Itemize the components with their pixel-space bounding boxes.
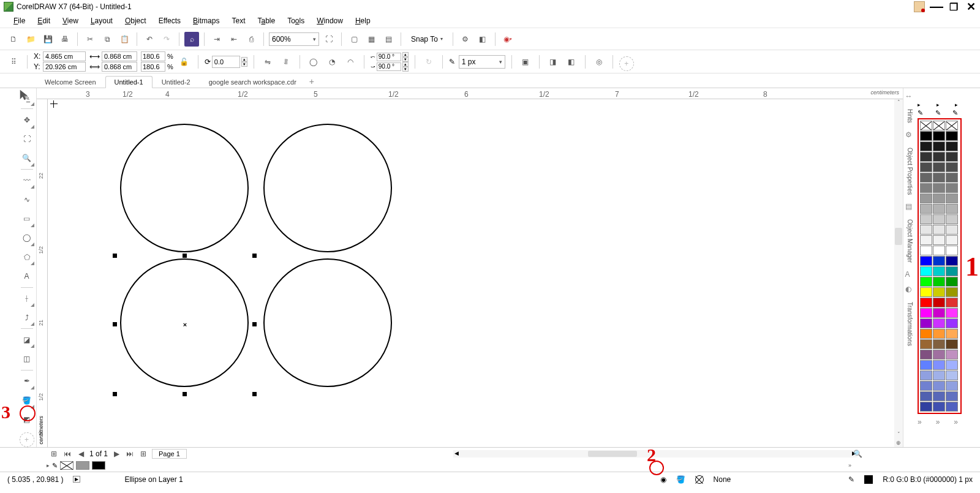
freehand-pick-tool[interactable]: ✎̲ <box>18 88 36 107</box>
eyedropper-icon[interactable]: ✎ <box>52 462 58 470</box>
publish-icon[interactable]: ⎙ <box>244 32 258 47</box>
grid-icon[interactable]: ▦ <box>364 32 379 47</box>
palette-flyout-icon[interactable]: ▸ <box>937 102 940 108</box>
color-swatch[interactable] <box>933 298 945 307</box>
doc-tab[interactable]: Untitled-1 <box>105 76 153 88</box>
color-swatch[interactable] <box>933 131 945 141</box>
new-icon[interactable]: 🗋 <box>6 32 21 47</box>
color-swatch[interactable] <box>920 152 932 162</box>
user-avatar[interactable] <box>914 1 925 12</box>
maximize-button[interactable]: ❐ <box>948 1 959 12</box>
prev-page-icon[interactable]: ◀ <box>76 450 86 458</box>
redo-icon[interactable]: ↷ <box>159 32 174 47</box>
new-tab-button[interactable]: + <box>306 75 318 88</box>
menu-layout[interactable]: Layout <box>85 15 119 27</box>
export-icon[interactable]: ⇤ <box>227 32 241 47</box>
outline-width-select[interactable]: 1 px <box>459 55 505 69</box>
color-swatch[interactable] <box>92 461 105 470</box>
color-eyedropper-tool[interactable]: ✒ <box>18 372 36 391</box>
menu-table[interactable]: Table <box>251 15 281 27</box>
next-page-icon[interactable]: ▶ <box>111 450 121 458</box>
menu-edit[interactable]: Edit <box>31 15 56 27</box>
no-color-swatch[interactable] <box>933 121 945 130</box>
width-input[interactable] <box>102 51 137 61</box>
color-swatch[interactable] <box>920 339 932 349</box>
save-icon[interactable]: 💾 <box>40 32 55 47</box>
palette-scroll-icon[interactable]: » <box>954 418 958 426</box>
color-swatch[interactable] <box>920 350 932 359</box>
add-page-after-icon[interactable]: ⊞ <box>138 450 148 458</box>
menu-view[interactable]: View <box>56 15 85 27</box>
color-swatch[interactable] <box>946 371 958 380</box>
selection-handle[interactable] <box>252 322 257 326</box>
import-icon[interactable]: ⇥ <box>209 32 224 47</box>
menu-object[interactable]: Object <box>119 15 153 27</box>
color-swatch[interactable] <box>946 183 958 193</box>
selection-handle[interactable] <box>183 392 187 396</box>
selection-center[interactable]: × <box>183 321 187 328</box>
add-page-icon[interactable]: ⊞ <box>49 450 59 458</box>
color-swatch[interactable] <box>946 298 958 307</box>
doc-tab[interactable]: google search workspace.cdr <box>200 76 306 88</box>
color-swatch[interactable] <box>920 131 932 141</box>
y-position-input[interactable] <box>43 62 86 72</box>
mirror-v-icon[interactable]: ⥯ <box>279 55 293 69</box>
connector-tool[interactable]: ⤴ <box>18 308 36 327</box>
color-swatch[interactable] <box>946 246 958 255</box>
color-swatch[interactable] <box>946 339 958 349</box>
color-swatch[interactable] <box>946 214 958 224</box>
guidelines-icon[interactable]: ▤ <box>381 32 396 47</box>
quick-customize-icon[interactable]: + <box>619 56 634 71</box>
docker-expand-icon[interactable]: ↔ <box>905 92 915 102</box>
snap-to-dropdown[interactable]: Snap To <box>406 34 448 45</box>
color-swatch[interactable] <box>920 298 932 307</box>
search-icon[interactable]: ⌕ <box>184 32 199 47</box>
color-swatch[interactable] <box>933 152 945 162</box>
color-swatch[interactable] <box>933 141 945 151</box>
no-color-swatch[interactable] <box>60 461 74 470</box>
last-page-icon[interactable]: ⏭ <box>125 450 135 458</box>
wrap-text-icon[interactable]: ▣ <box>518 55 533 69</box>
color-swatch[interactable] <box>920 162 932 172</box>
color-swatch[interactable] <box>933 235 945 245</box>
zoom-tool[interactable]: 🔍 <box>18 149 36 168</box>
play-icon[interactable]: ▶ <box>73 476 80 483</box>
copy-icon[interactable]: ⧉ <box>100 32 115 47</box>
color-swatch[interactable] <box>933 287 945 297</box>
fill-none-indicator[interactable] <box>695 475 704 484</box>
open-icon[interactable]: 📁 <box>23 32 38 47</box>
color-swatch[interactable] <box>920 381 932 391</box>
color-swatch[interactable] <box>920 371 932 380</box>
start-angle-input[interactable] <box>377 53 401 61</box>
crop-tool[interactable]: ⛶ <box>18 130 36 149</box>
color-swatch[interactable] <box>920 287 932 297</box>
height-input[interactable] <box>102 62 137 72</box>
first-page-icon[interactable]: ⏮ <box>62 450 72 458</box>
paste-icon[interactable]: 📋 <box>117 32 132 47</box>
zoom-level-select[interactable]: 600% <box>269 32 319 46</box>
color-swatch[interactable] <box>946 402 958 412</box>
color-swatch[interactable] <box>933 214 945 224</box>
color-swatch[interactable] <box>946 256 958 266</box>
mirror-h-icon[interactable]: ⇋ <box>260 55 275 69</box>
color-swatch[interactable] <box>933 256 945 266</box>
color-swatch[interactable] <box>920 246 932 255</box>
color-swatch[interactable] <box>946 277 958 287</box>
color-swatch[interactable] <box>933 391 945 401</box>
color-swatch[interactable] <box>920 318 932 328</box>
color-swatch[interactable] <box>933 308 945 318</box>
color-swatch[interactable] <box>946 350 958 359</box>
rulers-icon[interactable]: ▢ <box>347 32 361 47</box>
no-color-swatch[interactable] <box>920 121 932 130</box>
color-swatch[interactable] <box>933 266 945 276</box>
color-swatch[interactable] <box>946 318 958 328</box>
color-swatch[interactable] <box>933 277 945 287</box>
color-swatch[interactable] <box>920 173 932 183</box>
options-icon[interactable]: ⚙ <box>458 32 473 47</box>
color-swatch[interactable] <box>933 318 945 328</box>
docker-tab-transform[interactable]: Transformations <box>907 299 913 348</box>
text-tool[interactable]: A <box>18 266 36 285</box>
color-swatch[interactable] <box>946 329 958 339</box>
menu-bitmaps[interactable]: Bitmaps <box>187 15 225 27</box>
color-swatch[interactable] <box>933 173 945 183</box>
